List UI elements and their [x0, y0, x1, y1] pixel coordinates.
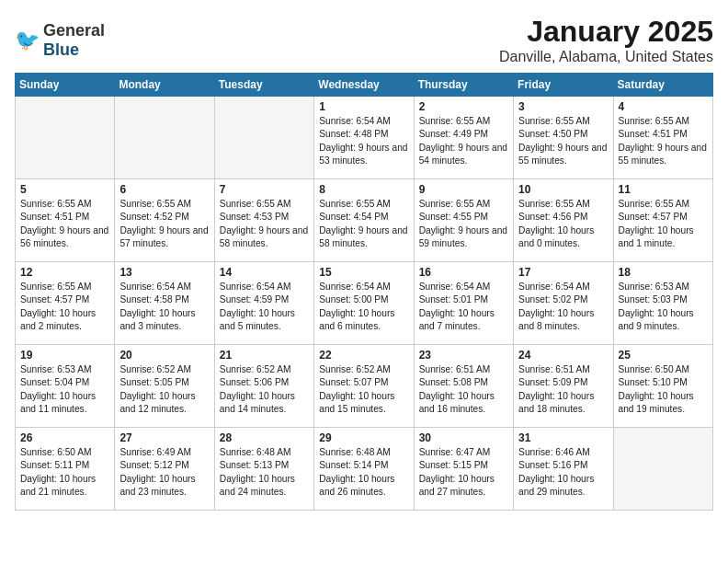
- calendar-cell: 8Sunrise: 6:55 AMSunset: 4:54 PMDaylight…: [314, 179, 414, 262]
- day-number: 18: [619, 266, 708, 279]
- day-number: 1: [319, 100, 408, 113]
- calendar-cell: 18Sunrise: 6:53 AMSunset: 5:03 PMDayligh…: [613, 262, 712, 345]
- day-number: 4: [619, 100, 708, 113]
- calendar-cell: 14Sunrise: 6:54 AMSunset: 4:59 PMDayligh…: [214, 262, 313, 345]
- logo-blue: Blue: [43, 40, 79, 59]
- day-info: Sunrise: 6:46 AMSunset: 5:16 PMDaylight:…: [518, 446, 608, 499]
- day-number: 11: [619, 183, 708, 196]
- day-header-friday: Friday: [514, 74, 613, 97]
- day-number: 14: [220, 266, 309, 279]
- day-number: 26: [20, 431, 109, 444]
- calendar-cell: 5Sunrise: 6:55 AMSunset: 4:51 PMDaylight…: [16, 179, 115, 262]
- day-number: 28: [220, 431, 309, 444]
- day-number: 21: [220, 349, 309, 362]
- calendar-cell: [16, 97, 115, 179]
- location-title: Danville, Alabama, United States: [499, 49, 713, 65]
- week-row-5: 26Sunrise: 6:50 AMSunset: 5:11 PMDayligh…: [16, 428, 713, 511]
- day-number: 12: [20, 266, 109, 279]
- day-header-saturday: Saturday: [613, 74, 712, 97]
- day-info: Sunrise: 6:48 AMSunset: 5:13 PMDaylight:…: [220, 446, 309, 499]
- calendar-cell: 23Sunrise: 6:51 AMSunset: 5:08 PMDayligh…: [414, 345, 513, 428]
- calendar-cell: 28Sunrise: 6:48 AMSunset: 5:13 PMDayligh…: [214, 428, 313, 511]
- day-number: 16: [419, 266, 508, 279]
- day-info: Sunrise: 6:55 AMSunset: 4:51 PMDaylight:…: [20, 198, 109, 250]
- month-title: January 2025: [499, 15, 713, 49]
- day-header-wednesday: Wednesday: [314, 74, 414, 97]
- calendar-cell: 2Sunrise: 6:55 AMSunset: 4:49 PMDaylight…: [414, 97, 513, 179]
- day-info: Sunrise: 6:55 AMSunset: 4:57 PMDaylight:…: [20, 281, 109, 333]
- day-info: Sunrise: 6:48 AMSunset: 5:14 PMDaylight:…: [319, 446, 408, 499]
- day-info: Sunrise: 6:53 AMSunset: 5:04 PMDaylight:…: [20, 363, 109, 416]
- day-number: 30: [419, 431, 508, 444]
- calendar-cell: 13Sunrise: 6:54 AMSunset: 4:58 PMDayligh…: [115, 262, 214, 345]
- day-number: 3: [518, 100, 608, 113]
- day-header-monday: Monday: [115, 74, 214, 97]
- day-number: 2: [419, 100, 508, 113]
- calendar-cell: 16Sunrise: 6:54 AMSunset: 5:01 PMDayligh…: [414, 262, 513, 345]
- day-number: 10: [518, 183, 608, 196]
- calendar-cell: [613, 428, 712, 511]
- day-info: Sunrise: 6:55 AMSunset: 4:56 PMDaylight:…: [518, 198, 608, 250]
- day-info: Sunrise: 6:52 AMSunset: 5:05 PMDaylight:…: [119, 363, 209, 416]
- day-number: 5: [20, 183, 109, 196]
- week-row-4: 19Sunrise: 6:53 AMSunset: 5:04 PMDayligh…: [16, 345, 713, 428]
- calendar-cell: [115, 97, 214, 179]
- day-info: Sunrise: 6:47 AMSunset: 5:15 PMDaylight:…: [419, 446, 508, 499]
- day-info: Sunrise: 6:51 AMSunset: 5:08 PMDaylight:…: [419, 363, 508, 416]
- day-number: 15: [319, 266, 408, 279]
- day-info: Sunrise: 6:52 AMSunset: 5:06 PMDaylight:…: [220, 363, 309, 416]
- day-number: 29: [319, 431, 408, 444]
- calendar-cell: 4Sunrise: 6:55 AMSunset: 4:51 PMDaylight…: [613, 97, 712, 179]
- day-header-tuesday: Tuesday: [214, 74, 313, 97]
- day-number: 23: [419, 349, 508, 362]
- calendar-cell: 26Sunrise: 6:50 AMSunset: 5:11 PMDayligh…: [16, 428, 115, 511]
- day-number: 19: [20, 349, 109, 362]
- day-number: 17: [518, 266, 608, 279]
- calendar-cell: 25Sunrise: 6:50 AMSunset: 5:10 PMDayligh…: [613, 345, 712, 428]
- day-info: Sunrise: 6:51 AMSunset: 5:09 PMDaylight:…: [518, 363, 608, 416]
- calendar-cell: 21Sunrise: 6:52 AMSunset: 5:06 PMDayligh…: [214, 345, 313, 428]
- calendar-cell: 29Sunrise: 6:48 AMSunset: 5:14 PMDayligh…: [314, 428, 414, 511]
- day-info: Sunrise: 6:54 AMSunset: 5:02 PMDaylight:…: [518, 281, 608, 333]
- day-number: 24: [518, 349, 608, 362]
- logo: 🐦 General Blue: [15, 21, 105, 60]
- logo-icon: 🐦: [15, 29, 40, 52]
- day-headers-row: SundayMondayTuesdayWednesdayThursdayFrid…: [16, 74, 713, 97]
- day-info: Sunrise: 6:55 AMSunset: 4:53 PMDaylight:…: [220, 198, 309, 250]
- calendar-cell: 6Sunrise: 6:55 AMSunset: 4:52 PMDaylight…: [115, 179, 214, 262]
- calendar-cell: 30Sunrise: 6:47 AMSunset: 5:15 PMDayligh…: [414, 428, 513, 511]
- logo-text: General Blue: [43, 21, 105, 60]
- day-info: Sunrise: 6:55 AMSunset: 4:52 PMDaylight:…: [119, 198, 209, 250]
- calendar-cell: 22Sunrise: 6:52 AMSunset: 5:07 PMDayligh…: [314, 345, 414, 428]
- day-number: 7: [220, 183, 309, 196]
- calendar-cell: 9Sunrise: 6:55 AMSunset: 4:55 PMDaylight…: [414, 179, 513, 262]
- calendar-cell: 11Sunrise: 6:55 AMSunset: 4:57 PMDayligh…: [613, 179, 712, 262]
- day-info: Sunrise: 6:54 AMSunset: 4:48 PMDaylight:…: [319, 115, 408, 167]
- day-info: Sunrise: 6:55 AMSunset: 4:49 PMDaylight:…: [419, 115, 508, 167]
- calendar-cell: 3Sunrise: 6:55 AMSunset: 4:50 PMDaylight…: [514, 97, 613, 179]
- calendar-cell: 10Sunrise: 6:55 AMSunset: 4:56 PMDayligh…: [514, 179, 613, 262]
- title-block: January 2025 Danville, Alabama, United S…: [499, 15, 713, 65]
- calendar-table: SundayMondayTuesdayWednesdayThursdayFrid…: [15, 73, 713, 511]
- calendar-cell: [214, 97, 313, 179]
- calendar-cell: 19Sunrise: 6:53 AMSunset: 5:04 PMDayligh…: [16, 345, 115, 428]
- calendar-cell: 1Sunrise: 6:54 AMSunset: 4:48 PMDaylight…: [314, 97, 414, 179]
- calendar-cell: 12Sunrise: 6:55 AMSunset: 4:57 PMDayligh…: [16, 262, 115, 345]
- week-row-3: 12Sunrise: 6:55 AMSunset: 4:57 PMDayligh…: [16, 262, 713, 345]
- day-info: Sunrise: 6:54 AMSunset: 5:01 PMDaylight:…: [419, 281, 508, 333]
- week-row-1: 1Sunrise: 6:54 AMSunset: 4:48 PMDaylight…: [16, 97, 713, 179]
- day-header-thursday: Thursday: [414, 74, 513, 97]
- day-number: 8: [319, 183, 408, 196]
- calendar-cell: 20Sunrise: 6:52 AMSunset: 5:05 PMDayligh…: [115, 345, 214, 428]
- calendar-cell: 24Sunrise: 6:51 AMSunset: 5:09 PMDayligh…: [514, 345, 613, 428]
- calendar-cell: 15Sunrise: 6:54 AMSunset: 5:00 PMDayligh…: [314, 262, 414, 345]
- day-info: Sunrise: 6:55 AMSunset: 4:57 PMDaylight:…: [619, 198, 708, 250]
- day-info: Sunrise: 6:54 AMSunset: 4:58 PMDaylight:…: [119, 281, 209, 333]
- day-info: Sunrise: 6:50 AMSunset: 5:11 PMDaylight:…: [20, 446, 109, 499]
- day-number: 9: [419, 183, 508, 196]
- calendar-cell: 31Sunrise: 6:46 AMSunset: 5:16 PMDayligh…: [514, 428, 613, 511]
- day-info: Sunrise: 6:54 AMSunset: 5:00 PMDaylight:…: [319, 281, 408, 333]
- day-number: 27: [119, 431, 209, 444]
- day-info: Sunrise: 6:55 AMSunset: 4:55 PMDaylight:…: [419, 198, 508, 250]
- calendar-cell: 27Sunrise: 6:49 AMSunset: 5:12 PMDayligh…: [115, 428, 214, 511]
